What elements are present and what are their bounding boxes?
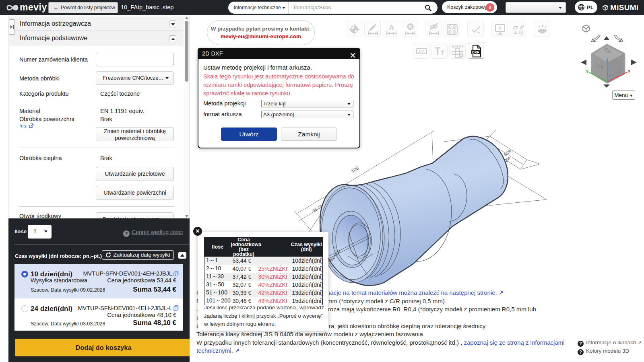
svg-text:y: y [586,68,589,73]
svg-text:z: z [606,58,608,62]
svg-text:6VIEWS: 6VIEWS [452,45,463,48]
svg-text:⌀36: ⌀36 [503,149,512,157]
svg-text:A: A [389,24,394,31]
svg-text:123: 123 [419,49,424,53]
svg-text:A: A [498,25,502,31]
svg-text:DXF: DXF [472,50,479,54]
svg-text:x: x [628,68,631,73]
svg-text:100: 100 [350,165,360,174]
